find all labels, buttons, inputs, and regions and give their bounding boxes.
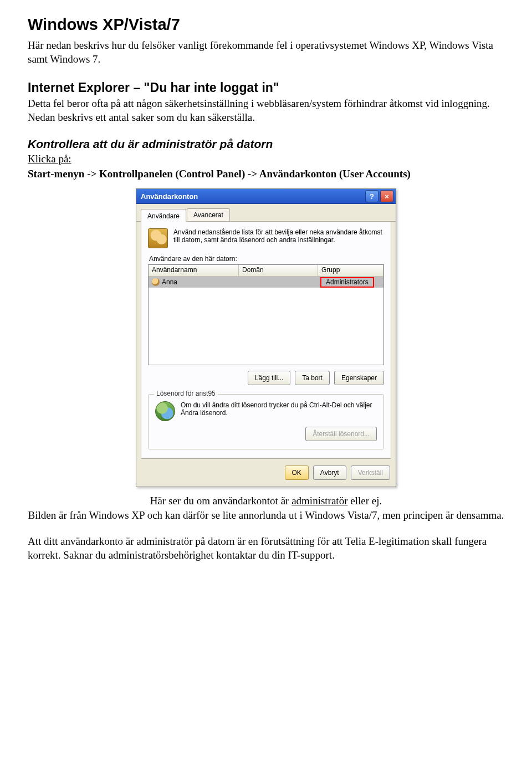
add-button[interactable]: Lägg till... (248, 371, 290, 385)
reset-password-button[interactable]: Återställ lösenord... (305, 427, 377, 441)
col-domain[interactable]: Domän (239, 265, 318, 276)
click-on: Klicka på: (28, 152, 504, 166)
heading-ie: Internet Explorer – "Du har inte loggat … (28, 80, 504, 95)
tab-users[interactable]: Användare (141, 209, 186, 222)
users-icon (148, 228, 168, 248)
intro-text: Använd nedanstående lista för att bevilj… (173, 228, 384, 248)
caption-line1: Här ser du om användarkontot är administ… (28, 494, 504, 508)
help-icon[interactable]: ? (365, 190, 378, 202)
row-domain (238, 281, 317, 283)
user-accounts-dialog: Användarkonton ? × Användare Avancerat A… (136, 188, 396, 487)
col-username[interactable]: Användarnamn (149, 265, 239, 276)
heading-admin: Kontrollera att du är administratör på d… (28, 137, 504, 151)
password-icon (155, 401, 175, 421)
dialog-panel: Använd nedanstående lista för att bevilj… (141, 222, 391, 459)
tab-advanced[interactable]: Avancerat (187, 208, 230, 221)
user-row-icon (152, 278, 160, 286)
list-label: Användare av den här datorn: (149, 255, 384, 263)
user-listbox[interactable]: Användarnamn Domän Grupp Anna Administra… (148, 264, 384, 365)
list-row[interactable]: Anna Administrators (149, 277, 383, 288)
password-legend: Lösenord för anst95 (154, 390, 218, 397)
apply-button[interactable]: Verkställ (351, 466, 390, 480)
row-username: Anna (162, 278, 177, 286)
caption-line2: Bilden är från Windows XP och kan därför… (28, 508, 504, 522)
password-text: Om du vill ändra ditt lösenord trycker d… (181, 401, 377, 417)
ok-button[interactable]: OK (285, 466, 309, 480)
path-line: Start-menyn -> Kontrollpanelen (Control … (28, 167, 504, 181)
closing-paragraph: Att ditt användarkonto är administratör … (28, 534, 504, 562)
row-group: Administrators (320, 277, 374, 288)
col-group[interactable]: Grupp (318, 265, 383, 276)
password-group: Lösenord för anst95 Om du vill ändra dit… (148, 394, 384, 449)
row-group-cell: Administrators (317, 276, 383, 289)
heading-main: Windows XP/Vista/7 (28, 16, 504, 34)
remove-button[interactable]: Ta bort (295, 371, 330, 385)
cancel-button[interactable]: Avbryt (313, 466, 346, 480)
properties-button[interactable]: Egenskaper (334, 371, 384, 385)
ie-paragraph: Detta fel beror ofta på att någon säkerh… (28, 96, 504, 124)
close-icon[interactable]: × (380, 190, 393, 202)
list-header: Användarnamn Domän Grupp (149, 265, 383, 277)
tab-strip: Användare Avancerat (136, 204, 396, 222)
dialog-title: Användarkonton (141, 192, 198, 201)
dialog-titlebar[interactable]: Användarkonton ? × (136, 189, 396, 204)
intro-paragraph: Här nedan beskrivs hur du felsöker vanli… (28, 38, 504, 66)
